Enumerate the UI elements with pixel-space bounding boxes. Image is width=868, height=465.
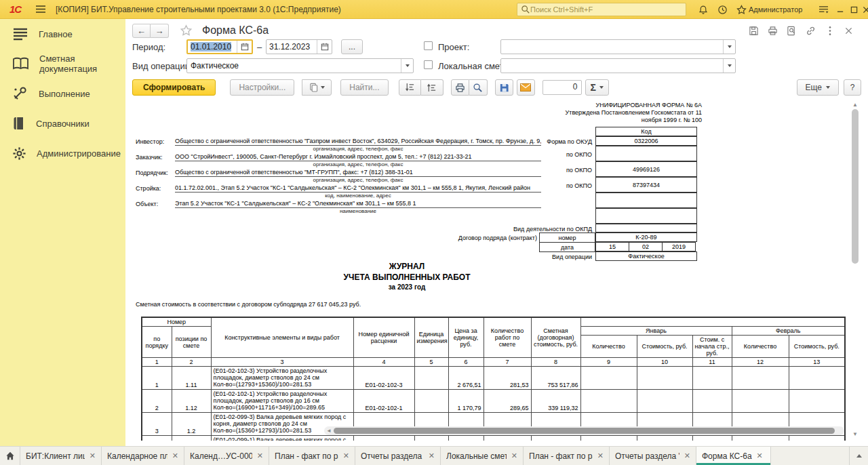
table-cell[interactable] xyxy=(531,436,580,441)
1c-logo[interactable]: 1С xyxy=(9,3,21,15)
window-tab[interactable]: Календарное плани…✕ xyxy=(102,447,184,465)
period-from-field[interactable]: 01.01.2010 xyxy=(186,39,253,54)
table-cell[interactable] xyxy=(637,390,692,413)
sidebar-item-administration[interactable]: Администрирование xyxy=(0,138,125,168)
expand-groups-icon[interactable] xyxy=(399,79,421,96)
period-to-value[interactable]: 31.12.2023 xyxy=(267,42,317,52)
horizontal-scrollbar[interactable]: ◄ xyxy=(324,426,844,435)
table-cell[interactable]: (Е01-02-102-1) Устройство разделочных пл… xyxy=(211,390,353,413)
table-cell[interactable] xyxy=(732,367,789,390)
home-tab-button[interactable] xyxy=(0,447,20,465)
window-tab[interactable]: Отчеты раздела "См…✕ xyxy=(355,447,441,465)
table-cell[interactable] xyxy=(732,436,789,441)
global-search[interactable] xyxy=(517,3,686,16)
table-cell[interactable]: (Е01-02-102-3) Устройство разделочных пл… xyxy=(211,367,353,390)
link-icon[interactable] xyxy=(805,25,816,36)
local-estimate-checkbox[interactable] xyxy=(424,60,433,69)
window-tab[interactable]: Отчеты раздела "Вы…✕ xyxy=(610,447,696,465)
close-tab-icon[interactable]: ✕ xyxy=(684,451,690,460)
table-cell[interactable] xyxy=(484,436,531,441)
scroll-left-icon[interactable]: ◄ xyxy=(324,428,334,434)
sidebar-item-execution[interactable]: Выполнение xyxy=(0,79,125,108)
report-variants-button[interactable] xyxy=(302,79,332,96)
history-clock-icon[interactable] xyxy=(716,4,728,15)
window-tab[interactable]: План - факт по рабо…✕ xyxy=(269,447,355,465)
scrollbar-thumb[interactable] xyxy=(334,428,835,434)
table-row[interactable]: 21.12(Е01-02-102-1) Устройство разделочн… xyxy=(142,390,845,413)
table-cell[interactable] xyxy=(580,436,637,441)
local-estimate-combo[interactable] xyxy=(500,58,736,73)
table-cell[interactable]: 1.11 xyxy=(172,367,211,390)
notifications-bell-icon[interactable] xyxy=(697,4,709,15)
report-document-area[interactable]: УНИФИЦИРОВАННАЯ ФОРМА № 6А Утверждена По… xyxy=(132,100,860,441)
calendar-icon[interactable] xyxy=(237,41,252,53)
tabs-overflow-button[interactable] xyxy=(849,447,868,465)
period-variants-button[interactable]: ... xyxy=(341,39,363,54)
table-cell[interactable]: Е01-02-102-1 xyxy=(353,390,414,413)
table-cell[interactable] xyxy=(172,436,211,441)
table-cell[interactable]: 1 xyxy=(142,367,172,390)
table-cell[interactable]: 2 676,51 xyxy=(448,367,484,390)
table-cell[interactable] xyxy=(692,390,732,413)
sidebar-item-estimate-docs[interactable]: Сметная документация xyxy=(0,49,125,79)
chevron-down-icon[interactable] xyxy=(723,59,735,73)
table-cell[interactable] xyxy=(142,436,172,441)
close-tab-icon[interactable]: ✕ xyxy=(757,451,763,460)
help-button[interactable]: ? xyxy=(844,79,861,96)
find-button[interactable]: Найти... xyxy=(340,79,388,96)
calendar-icon[interactable] xyxy=(317,40,332,54)
table-cell[interactable]: 281,53 xyxy=(484,367,531,390)
kebab-menu-icon[interactable] xyxy=(824,25,835,36)
user-menu[interactable]: Администратор xyxy=(749,5,802,14)
table-cell[interactable]: 1 170,79 xyxy=(448,390,484,413)
project-combo[interactable] xyxy=(500,39,736,54)
table-row[interactable]: 11.11(Е01-02-102-3) Устройство разделочн… xyxy=(142,367,845,390)
sidebar-item-catalogs[interactable]: Справочники xyxy=(0,108,125,138)
preview-icon[interactable] xyxy=(786,25,797,36)
table-cell[interactable]: 339 119,32 xyxy=(531,390,580,413)
save-file-button[interactable] xyxy=(495,79,513,96)
window-tab[interactable]: БИТ:Клиент лиценз…✕ xyxy=(20,447,102,465)
table-cell[interactable]: 3 xyxy=(142,413,172,436)
send-email-button[interactable] xyxy=(517,79,535,96)
table-cell[interactable]: 753 517,86 xyxy=(531,367,580,390)
table-row[interactable]: (Е01-02-099-1) Валка деревьев мягких пор… xyxy=(142,436,845,441)
count-field[interactable]: 0 xyxy=(542,80,582,95)
service-menu-icon[interactable] xyxy=(817,4,829,15)
hamburger-menu-icon[interactable] xyxy=(35,5,46,14)
forward-button[interactable]: → xyxy=(151,24,169,38)
vertical-scrollbar[interactable]: ▲ ▼ xyxy=(851,100,859,438)
close-tab-icon[interactable]: ✕ xyxy=(597,451,604,460)
table-cell[interactable] xyxy=(732,390,789,413)
project-label[interactable]: Проект: xyxy=(438,42,469,52)
table-cell[interactable] xyxy=(692,436,732,441)
table-cell[interactable] xyxy=(637,367,692,390)
table-cell[interactable] xyxy=(414,436,448,441)
operation-combo[interactable]: Фактическое xyxy=(186,58,414,73)
save-icon[interactable] xyxy=(748,25,760,36)
chevron-down-icon[interactable] xyxy=(723,40,735,54)
settings-button[interactable]: Настройки... xyxy=(230,79,294,96)
table-cell[interactable] xyxy=(789,367,845,390)
scrollbar-thumb[interactable] xyxy=(852,109,859,264)
table-cell[interactable] xyxy=(789,390,845,413)
close-form-icon[interactable] xyxy=(843,25,854,36)
table-cell[interactable] xyxy=(448,436,484,441)
close-tab-icon[interactable]: ✕ xyxy=(429,451,435,460)
table-cell[interactable] xyxy=(353,436,414,441)
table-cell[interactable]: 2 xyxy=(142,390,172,413)
table-cell[interactable] xyxy=(692,367,732,390)
close-window-button[interactable] xyxy=(860,4,868,15)
table-cell[interactable] xyxy=(789,436,845,441)
sum-button[interactable]: Σ xyxy=(585,79,609,96)
table-cell[interactable]: 1.12 xyxy=(172,390,211,413)
window-tab-active[interactable]: Форма КС-6а✕ xyxy=(696,447,771,465)
window-tab[interactable]: Календ…УС-00000003✕ xyxy=(184,447,269,465)
back-button[interactable]: ← xyxy=(132,24,151,38)
table-cell[interactable] xyxy=(580,390,637,413)
window-tab[interactable]: План - факт по рабо…✕ xyxy=(524,447,610,465)
generate-button[interactable]: Сформировать xyxy=(132,79,216,96)
minimize-button[interactable] xyxy=(834,4,846,15)
table-cell[interactable] xyxy=(414,390,448,413)
close-tab-icon[interactable]: ✕ xyxy=(343,451,349,460)
